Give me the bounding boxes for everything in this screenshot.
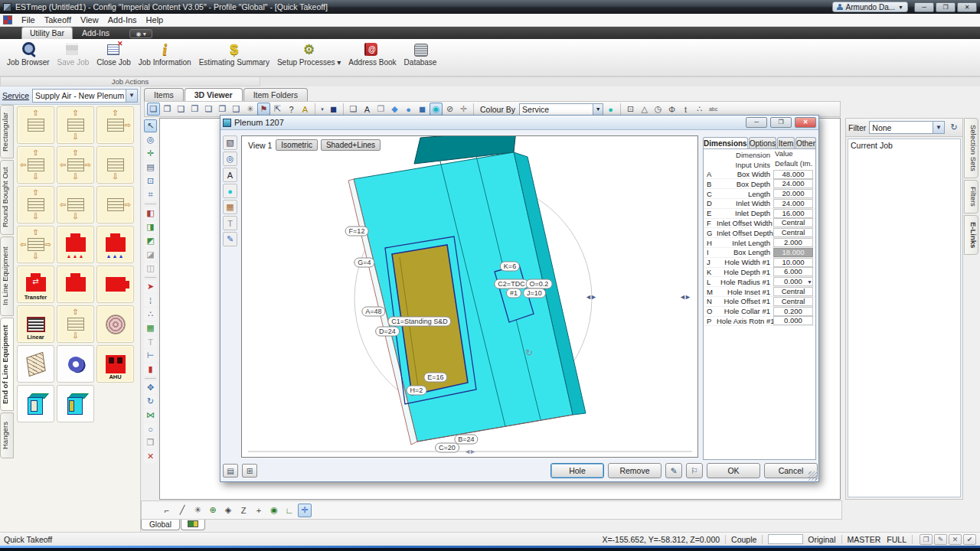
shaded-cube-icon[interactable]: ◆ xyxy=(388,103,401,116)
rotate-tool[interactable]: ↻ xyxy=(144,395,157,408)
cam-settings-tool[interactable]: ◫ xyxy=(144,262,157,275)
cam-first-tool[interactable]: ◧ xyxy=(144,207,157,220)
palette-item-ahu[interactable]: AHU xyxy=(96,345,134,383)
pan-handle-left[interactable]: ◄► xyxy=(585,293,596,301)
dimension-value[interactable]: 2.000 xyxy=(773,238,813,247)
database-button[interactable]: Database xyxy=(400,41,441,68)
dimension-tool[interactable]: ⊢ xyxy=(144,349,157,362)
pan-handle-right[interactable]: ◄► xyxy=(679,293,690,301)
solid-cube-icon[interactable]: ◼ xyxy=(416,103,429,116)
accept-status-button[interactable]: ✔ xyxy=(963,534,976,545)
snap-off-button[interactable]: Z xyxy=(237,504,250,517)
dialog-title-bar[interactable]: Plenum 1207 ─ ❐ ✕ xyxy=(220,116,818,130)
orbit-tool[interactable]: ◎ xyxy=(144,133,157,146)
move-tool[interactable]: ✥ xyxy=(144,381,157,394)
ghost-cube-icon[interactable]: ❐ xyxy=(374,103,387,116)
palette-item-scroll-fan[interactable] xyxy=(57,345,94,383)
dimension-value[interactable]: 0.000▼ xyxy=(773,277,813,286)
screen-capture-button[interactable]: ◉ ▾ xyxy=(129,29,152,38)
view-side-icon[interactable]: ❑ xyxy=(175,103,188,116)
dimension-value[interactable]: 20.000 xyxy=(773,189,813,198)
view-history-icon[interactable]: ◷ xyxy=(652,103,665,116)
dialog-close-button[interactable]: ✕ xyxy=(795,117,816,128)
palette-item-linear[interactable]: Linear xyxy=(17,305,54,343)
item-text-tool[interactable]: T xyxy=(223,216,237,230)
dimension-value[interactable]: Central xyxy=(773,218,813,227)
dimension-value[interactable]: 24.000 xyxy=(773,179,813,188)
orbit-ball-icon[interactable]: ◉ xyxy=(430,103,443,116)
zoom-extents-tool[interactable]: ⊡ xyxy=(144,174,157,187)
delete-status-button[interactable]: ✕ xyxy=(949,534,962,545)
ucs-crosshair-icon[interactable]: ✛ xyxy=(457,103,470,116)
dimension-value[interactable]: 10.000 xyxy=(773,258,813,267)
space-evenly-v-tool[interactable]: ⁞ xyxy=(144,294,157,307)
snap-center-button[interactable]: ◉ xyxy=(267,504,281,517)
palette-item-plenum-box-alt[interactable] xyxy=(57,385,94,422)
pan-handle-bottom[interactable]: ◄► xyxy=(464,448,475,455)
dialog-maximize-button[interactable]: ❐ xyxy=(770,117,792,128)
palette-item-register-ud[interactable]: ⇧⇩ xyxy=(57,305,94,343)
isometric-button[interactable]: Isometric xyxy=(276,139,318,151)
close-job-button[interactable]: Close Job xyxy=(93,41,134,68)
palette-category-rectangular[interactable]: Rectangular xyxy=(0,105,14,158)
end-cap-tool[interactable]: ▮ xyxy=(144,363,157,376)
cam-prev-tool[interactable]: ◨ xyxy=(144,220,157,233)
view-iso-nw-icon[interactable]: ❏ xyxy=(202,103,215,116)
palette-item-duct-dl[interactable]: ⇩⇦ xyxy=(57,186,94,223)
window-minimize-button[interactable]: ─ xyxy=(914,2,934,12)
snap-endpoint-button[interactable]: ⌐ xyxy=(160,504,174,517)
menu-add-ins[interactable]: Add-Ins xyxy=(103,15,142,25)
filter-select[interactable]: None ▼ xyxy=(869,121,945,134)
tangent-dim-icon[interactable]: t xyxy=(679,103,692,116)
palette-item-round-diffuser[interactable] xyxy=(96,305,134,343)
palette-item-duct-ud[interactable]: ⇧⇩ xyxy=(57,106,94,144)
dimension-value[interactable]: 6.000 xyxy=(773,267,813,276)
palette-item-duct-ur[interactable]: ⇧⇨ xyxy=(96,106,134,144)
orbit-3d-tool[interactable]: ◎ xyxy=(223,152,237,166)
view-iso-ne-icon[interactable]: ❒ xyxy=(188,103,201,116)
view-front-icon[interactable]: ❐ xyxy=(161,103,174,116)
menu-takeoff[interactable]: Takeoff xyxy=(40,15,76,25)
design-view-tool[interactable]: ❒ xyxy=(144,436,157,449)
view-cube-tool[interactable]: ▧ xyxy=(223,135,237,150)
palette-category-end-of-line-equipment[interactable]: End of Line Equipment xyxy=(0,318,14,411)
hole-button[interactable]: Hole xyxy=(550,463,604,478)
side-tab-e-links[interactable]: E-Links xyxy=(964,215,978,255)
dimension-value[interactable]: 0.000 xyxy=(773,316,813,325)
palette-category-hangers[interactable]: Hangers xyxy=(0,412,14,458)
plenum-3d-model[interactable] xyxy=(242,136,698,458)
abc-annotate-icon[interactable]: abc xyxy=(707,103,720,116)
palette-category-in-line-equipment[interactable]: In Line Equipment xyxy=(0,236,14,316)
dimension-value[interactable]: 16.000 xyxy=(773,209,813,218)
setup-processes-button[interactable]: Setup Processes ▾ xyxy=(273,41,345,68)
copy-status-button[interactable]: ❐ xyxy=(920,534,933,545)
dimension-value[interactable]: 24.000 xyxy=(773,199,813,208)
zoom-region-tool[interactable]: ⌗ xyxy=(144,188,157,201)
space-evenly-h-tool[interactable]: ∴ xyxy=(144,308,157,321)
refresh-icon[interactable]: ↻ xyxy=(948,122,960,134)
dimension-value[interactable]: 48.000 xyxy=(773,170,813,179)
palette-category-round-bought-out[interactable]: Round Bought Out xyxy=(0,160,14,235)
region-select-icon[interactable]: ⊡ xyxy=(624,103,637,116)
palette-item-duct-u[interactable]: ⇧ xyxy=(17,106,54,144)
dialog-tab-dimensions[interactable]: Dimensions xyxy=(703,137,748,148)
wire-cube-icon[interactable]: ❏ xyxy=(347,103,360,116)
sheet-tab-global[interactable]: Global xyxy=(141,520,180,530)
tab-3d-viewer[interactable]: 3D Viewer xyxy=(185,88,243,101)
view-top-icon[interactable]: ❏ xyxy=(147,103,160,116)
snap-insert-button[interactable]: ◈ xyxy=(221,504,235,517)
service-colour-ball-icon[interactable]: ● xyxy=(604,103,617,116)
diameter-dim-icon[interactable]: Φ xyxy=(665,103,678,116)
dimension-value[interactable]: Central xyxy=(773,228,813,237)
tab-item-folders[interactable]: Item Folders xyxy=(243,88,308,101)
snap-plus-button[interactable]: + xyxy=(252,504,266,517)
palette-item-plenum-box[interactable] xyxy=(17,385,54,422)
palette-item-red-box-side[interactable] xyxy=(96,266,134,303)
model-viewport[interactable]: View 1 IsometricShaded+Lines F=12G=4A=48… xyxy=(241,135,698,458)
annotation-a-tool[interactable]: A xyxy=(223,168,237,182)
pan-tool[interactable]: ✛ xyxy=(144,147,157,160)
annotate-icon[interactable]: A xyxy=(299,103,312,116)
palette-item-red-unit-arrows[interactable]: ▲▲▲ xyxy=(57,226,94,263)
help-icon[interactable]: ? xyxy=(285,103,298,116)
job-browser-button[interactable]: Job Browser xyxy=(3,41,54,68)
